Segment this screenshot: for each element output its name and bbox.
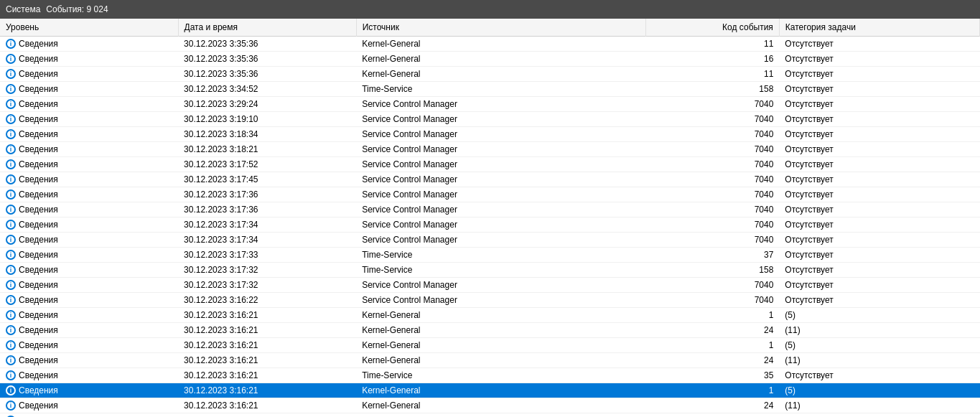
table-row[interactable]: iСведения30.12.2023 3:16:21Time-Service3… bbox=[0, 368, 980, 383]
col-header-level[interactable]: Уровень bbox=[0, 19, 178, 37]
cell-event-code: 158 bbox=[645, 82, 779, 97]
table-row[interactable]: iСведения30.12.2023 3:17:34Service Contr… bbox=[0, 233, 980, 248]
cell-datetime: 30.12.2023 3:16:21 bbox=[178, 398, 356, 413]
cell-event-code: 35 bbox=[645, 368, 779, 383]
cell-level: iСведения bbox=[0, 172, 178, 187]
level-text: Сведения bbox=[19, 355, 58, 365]
table-container[interactable]: Уровень Дата и время Источник Код событи… bbox=[0, 19, 980, 417]
cell-category: (11) bbox=[779, 398, 979, 413]
cell-level: iСведения bbox=[0, 82, 178, 97]
cell-level: iСведения bbox=[0, 217, 178, 233]
info-icon: i bbox=[6, 280, 16, 290]
cell-source: Time-Service bbox=[356, 263, 645, 278]
col-header-category[interactable]: Категория задачи bbox=[779, 19, 979, 37]
level-text: Сведения bbox=[19, 340, 58, 350]
level-text: Сведения bbox=[19, 265, 58, 275]
cell-datetime: 30.12.2023 3:35:36 bbox=[178, 67, 356, 82]
table-row[interactable]: iСведения30.12.2023 3:35:36Kernel-Genera… bbox=[0, 67, 980, 82]
cell-datetime: 30.12.2023 3:16:21 bbox=[178, 353, 356, 368]
table-row[interactable]: iСведения30.12.2023 3:16:21Kernel-Genera… bbox=[0, 323, 980, 338]
cell-datetime: 30.12.2023 3:16:21 bbox=[178, 323, 356, 338]
cell-category: Отсутствует bbox=[779, 413, 979, 418]
events-table: Уровень Дата и время Источник Код событи… bbox=[0, 19, 980, 417]
cell-level: iСведения bbox=[0, 112, 178, 127]
cell-category: Отсутствует bbox=[779, 293, 979, 308]
table-row[interactable]: iСведения30.12.2023 0:16:21Time-Service3… bbox=[0, 413, 980, 418]
main-container: Уровень Дата и время Источник Код событи… bbox=[0, 19, 980, 417]
info-icon: i bbox=[6, 400, 16, 411]
cell-category: Отсутствует bbox=[779, 172, 979, 187]
col-header-source[interactable]: Источник bbox=[356, 19, 645, 37]
cell-category: Отсутствует bbox=[779, 368, 979, 383]
cell-category: Отсутствует bbox=[779, 97, 979, 112]
cell-category: Отсутствует bbox=[779, 248, 979, 263]
cell-category: Отсутствует bbox=[779, 112, 979, 127]
cell-level: iСведения bbox=[0, 338, 178, 353]
cell-event-code: 24 bbox=[645, 323, 779, 338]
info-icon: i bbox=[6, 144, 16, 154]
cell-source: Service Control Manager bbox=[356, 278, 645, 293]
level-text: Сведения bbox=[19, 280, 58, 290]
table-row[interactable]: iСведения30.12.2023 3:17:36Service Contr… bbox=[0, 202, 980, 217]
cell-datetime: 30.12.2023 3:17:34 bbox=[178, 217, 356, 233]
info-icon: i bbox=[6, 310, 16, 320]
cell-category: Отсутствует bbox=[779, 202, 979, 217]
cell-level: iСведения bbox=[0, 398, 178, 413]
level-text: Сведения bbox=[19, 84, 58, 94]
level-text: Сведения bbox=[19, 310, 58, 320]
info-icon: i bbox=[6, 114, 16, 124]
cell-category: Отсутствует bbox=[779, 37, 979, 52]
table-body: iСведения30.12.2023 3:35:36Kernel-Genera… bbox=[0, 37, 980, 418]
cell-datetime: 30.12.2023 3:17:52 bbox=[178, 157, 356, 172]
cell-category: Отсутствует bbox=[779, 157, 979, 172]
level-text: Сведения bbox=[19, 325, 58, 335]
table-row[interactable]: iСведения30.12.2023 3:17:52Service Contr… bbox=[0, 157, 980, 172]
cell-datetime: 30.12.2023 3:16:21 bbox=[178, 338, 356, 353]
table-row[interactable]: iСведения30.12.2023 3:35:36Kernel-Genera… bbox=[0, 37, 980, 52]
table-row[interactable]: iСведения30.12.2023 3:17:32Service Contr… bbox=[0, 278, 980, 293]
table-row[interactable]: iСведения30.12.2023 3:17:45Service Contr… bbox=[0, 172, 980, 187]
table-row[interactable]: iСведения30.12.2023 3:16:21Kernel-Genera… bbox=[0, 338, 980, 353]
col-header-datetime[interactable]: Дата и время bbox=[178, 19, 356, 37]
table-row[interactable]: iСведения30.12.2023 3:35:36Kernel-Genera… bbox=[0, 52, 980, 67]
cell-source: Service Control Manager bbox=[356, 217, 645, 233]
cell-category: Отсутствует bbox=[779, 142, 979, 157]
table-row[interactable]: iСведения30.12.2023 3:17:36Service Contr… bbox=[0, 187, 980, 202]
level-text: Сведения bbox=[19, 385, 58, 395]
cell-event-code: 7040 bbox=[645, 157, 779, 172]
cell-event-code: 24 bbox=[645, 398, 779, 413]
cell-source: Kernel-General bbox=[356, 338, 645, 353]
level-text: Сведения bbox=[19, 39, 58, 49]
table-row[interactable]: iСведения30.12.2023 3:29:24Service Contr… bbox=[0, 97, 980, 112]
level-text: Сведения bbox=[19, 295, 58, 305]
cell-event-code: 11 bbox=[645, 37, 779, 52]
cell-event-code: 1 bbox=[645, 383, 779, 398]
col-header-code[interactable]: Код события bbox=[645, 19, 779, 37]
table-row[interactable]: iСведения30.12.2023 3:19:10Service Contr… bbox=[0, 112, 980, 127]
cell-source: Service Control Manager bbox=[356, 127, 645, 142]
table-row[interactable]: iСведения30.12.2023 3:34:52Time-Service1… bbox=[0, 82, 980, 97]
table-row[interactable]: iСведения30.12.2023 3:16:21Kernel-Genera… bbox=[0, 398, 980, 413]
cell-level: iСведения bbox=[0, 97, 178, 112]
cell-category: Отсутствует bbox=[779, 233, 979, 248]
cell-level: iСведения bbox=[0, 127, 178, 142]
table-row[interactable]: iСведения30.12.2023 3:16:22Service Contr… bbox=[0, 293, 980, 308]
table-row[interactable]: iСведения30.12.2023 3:18:34Service Contr… bbox=[0, 127, 980, 142]
cell-event-code: 7040 bbox=[645, 142, 779, 157]
level-text: Сведения bbox=[19, 205, 58, 215]
table-row[interactable]: iСведения30.12.2023 3:16:21Kernel-Genera… bbox=[0, 308, 980, 323]
table-row[interactable]: iСведения30.12.2023 3:16:21Kernel-Genera… bbox=[0, 383, 980, 398]
cell-source: Kernel-General bbox=[356, 398, 645, 413]
table-row[interactable]: iСведения30.12.2023 3:17:32Time-Service1… bbox=[0, 263, 980, 278]
info-icon: i bbox=[6, 265, 16, 275]
level-text: Сведения bbox=[19, 114, 58, 124]
table-row[interactable]: iСведения30.12.2023 3:17:33Time-Service3… bbox=[0, 248, 980, 263]
cell-level: iСведения bbox=[0, 142, 178, 157]
table-row[interactable]: iСведения30.12.2023 3:16:21Kernel-Genera… bbox=[0, 353, 980, 368]
table-row[interactable]: iСведения30.12.2023 3:17:34Service Contr… bbox=[0, 217, 980, 233]
cell-source: Kernel-General bbox=[356, 67, 645, 82]
cell-datetime: 30.12.2023 3:17:36 bbox=[178, 187, 356, 202]
cell-category: Отсутствует bbox=[779, 52, 979, 67]
table-row[interactable]: iСведения30.12.2023 3:18:21Service Contr… bbox=[0, 142, 980, 157]
cell-event-code: 7040 bbox=[645, 202, 779, 217]
